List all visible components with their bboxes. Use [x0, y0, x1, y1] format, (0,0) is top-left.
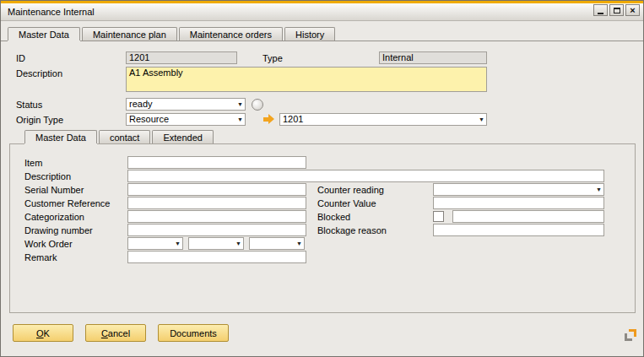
customer-reference-label: Customer Reference [24, 198, 111, 208]
maximize-icon [614, 8, 620, 14]
work-order-dropdown-2[interactable]: ▼ [188, 237, 244, 250]
detail-description-label: Description [24, 171, 71, 181]
chevron-down-icon: ▼ [237, 116, 243, 123]
tab-maintenance-orders[interactable]: Maintenance orders [179, 27, 283, 41]
ok-button-label: OK [36, 328, 50, 338]
tab-label: Master Data [35, 133, 86, 143]
drawing-number-label: Drawing number [24, 225, 93, 235]
link-arrow-icon[interactable] [262, 113, 277, 126]
tab-label: Maintenance plan [93, 30, 166, 40]
tab-maintenance-plan[interactable]: Maintenance plan [82, 27, 177, 41]
status-value: ready [129, 99, 153, 109]
remark-label: Remark [24, 252, 57, 262]
status-indicator-icon[interactable] [252, 99, 263, 111]
id-label: ID [16, 53, 25, 63]
blocked-checkbox[interactable] [433, 211, 444, 222]
main-tab-strip: Master Data Maintenance plan Maintenance… [8, 27, 337, 41]
categorization-field[interactable] [127, 210, 306, 223]
cancel-button[interactable]: Cancel [85, 324, 146, 342]
drawing-number-field[interactable] [127, 224, 306, 236]
customer-reference-field[interactable] [127, 197, 306, 209]
chevron-down-icon: ▼ [237, 101, 243, 108]
item-field[interactable] [127, 156, 306, 169]
main-tab-divider [1, 41, 643, 41]
close-button[interactable]: × [625, 4, 640, 16]
type-label: Type [262, 53, 283, 63]
chevron-down-icon: ▼ [596, 187, 602, 193]
origin-type-label: Origin Type [16, 115, 63, 125]
tab-label: Maintenance orders [190, 30, 272, 40]
serial-number-field[interactable] [127, 183, 306, 196]
maximize-button[interactable] [609, 4, 624, 16]
serial-number-label: Serial Number [24, 185, 84, 195]
description-label: Description [16, 68, 62, 78]
ok-button[interactable]: OK [13, 324, 73, 342]
categorization-label: Categorization [24, 212, 84, 222]
chevron-down-icon: ▼ [235, 241, 241, 247]
window-controls: × [593, 4, 640, 16]
blockage-reason-label: Blockage reason [317, 225, 387, 235]
origin-target-value: 1201 [283, 114, 303, 124]
link-arrow-tip [268, 114, 274, 124]
form-settings-icon[interactable] [625, 329, 636, 341]
counter-value-field[interactable] [433, 197, 604, 209]
documents-button-label: Documents [170, 328, 217, 338]
work-order-dropdown-3[interactable]: ▼ [249, 237, 305, 250]
counter-reading-dropdown[interactable]: ▼ [433, 183, 604, 196]
window-title: Maintenance Internal [8, 7, 95, 17]
work-order-dropdown-1[interactable]: ▼ [127, 237, 183, 250]
documents-button[interactable]: Documents [158, 324, 229, 342]
title-bar[interactable]: Maintenance Internal [1, 3, 643, 21]
close-icon: × [630, 6, 635, 15]
inner-tab-master-data[interactable]: Master Data [24, 130, 97, 143]
origin-type-value: Resource [129, 114, 169, 124]
tab-master-data[interactable]: Master Data [8, 27, 80, 41]
counter-reading-label: Counter reading [317, 185, 384, 195]
tab-history[interactable]: History [284, 27, 335, 41]
tab-label: Master Data [19, 30, 69, 40]
inner-tab-contact[interactable]: contact [99, 130, 150, 143]
chevron-down-icon: ▼ [175, 241, 181, 247]
minimize-button[interactable] [593, 4, 608, 16]
tab-label: contact [110, 133, 139, 143]
id-field[interactable]: 1201 [126, 51, 237, 64]
cancel-button-label: Cancel [101, 328, 130, 338]
chevron-down-icon: ▼ [479, 116, 484, 123]
description-field[interactable]: A1 Assembly [126, 67, 487, 92]
remark-field[interactable] [127, 251, 306, 263]
chevron-down-icon: ▼ [296, 241, 302, 247]
blocked-label: Blocked [317, 212, 350, 222]
status-label: Status [16, 100, 42, 110]
counter-value-label: Counter Value [317, 198, 376, 208]
form-settings-icon-corner [625, 333, 632, 341]
blockage-reason-field[interactable] [433, 224, 604, 236]
inner-tab-strip: Master Data contact Extended [24, 130, 215, 143]
maintenance-internal-window: Maintenance Internal × Master Data Maint… [0, 0, 644, 357]
tab-label: Extended [163, 133, 202, 143]
status-dropdown[interactable]: ready ▼ [126, 98, 246, 111]
type-field[interactable]: Internal [379, 51, 487, 64]
origin-type-dropdown[interactable]: Resource ▼ [126, 113, 246, 126]
blocked-field[interactable] [452, 210, 604, 223]
item-label: Item [24, 158, 42, 168]
tab-label: History [295, 30, 324, 40]
work-order-label: Work Order [24, 239, 73, 249]
origin-target-dropdown[interactable]: 1201 ▼ [279, 113, 487, 126]
inner-tab-extended[interactable]: Extended [152, 130, 213, 143]
minimize-icon [598, 13, 603, 14]
detail-description-field[interactable] [127, 170, 604, 182]
